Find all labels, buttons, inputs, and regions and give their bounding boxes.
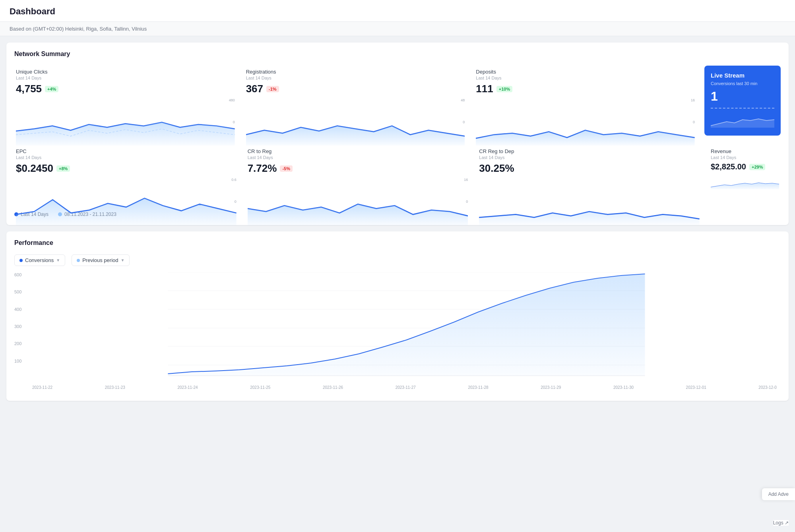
metric-value-row-cr-to-reg: 7.72% -5% — [248, 162, 468, 175]
performance-chart-svg — [32, 272, 781, 384]
metric-value-unique-clicks: 4,755 — [16, 83, 42, 95]
performance-header: Conversions ▼ Previous period ▼ — [14, 254, 781, 266]
chart-max-deposits: 16 — [691, 98, 695, 102]
x-label-4: 2023-11-26 — [323, 385, 343, 390]
previous-period-label: Previous period — [82, 257, 118, 263]
live-stream-chart — [711, 112, 774, 128]
x-label-10: 2023-12-0 — [758, 385, 777, 390]
chart-max-unique-clicks: 480 — [229, 98, 235, 102]
badge-unique-clicks: +4% — [45, 86, 58, 92]
live-stream-dashes — [711, 108, 774, 129]
metric-unique-clicks: Unique Clicks Last 14 Days 4,755 +4% 480 — [14, 66, 237, 136]
x-label-5: 2023-11-27 — [396, 385, 416, 390]
metric-period-cr-reg-to-dep: Last 14 Days — [479, 155, 700, 160]
chart-registrations: 48 0 — [246, 98, 465, 124]
metric-label-registrations: Registrations — [246, 69, 465, 75]
y-axis-100: 100 — [14, 359, 21, 363]
metric-value-row-registrations: 367 -1% — [246, 83, 465, 95]
x-label-8: 2023-11-30 — [613, 385, 634, 390]
network-summary-section: Network Summary Unique Clicks Last 14 Da… — [6, 43, 789, 225]
metric-period-revenue: Last 14 Days — [711, 155, 779, 160]
chart-unique-clicks: 480 0 — [16, 98, 235, 124]
metric-value-revenue: $2,825.00 — [711, 162, 746, 171]
conversions-dot — [19, 259, 23, 262]
chart-cr-to-reg: 16 0 — [248, 178, 468, 204]
metric-deposits: Deposits Last 14 Days 111 +10% 16 — [474, 66, 696, 136]
x-label-6: 2023-11-28 — [468, 385, 488, 390]
live-stream-subtitle: Conversions last 30 min — [711, 81, 774, 86]
metric-value-row-revenue: $2,825.00 +29% — [711, 162, 779, 171]
sparkline-epc — [16, 178, 237, 225]
logs-button[interactable]: Logs ↗ — [773, 520, 789, 526]
chart-min-epc: 0 — [235, 200, 237, 204]
chart-deposits: 16 0 — [476, 98, 695, 124]
y-axis: 600 500 400 300 200 100 — [14, 272, 21, 384]
metric-cr-reg-to-dep: CR Reg to Dep Last 14 Days 30.25% — [477, 145, 701, 207]
chart-cr-reg-to-dep — [479, 178, 700, 204]
metrics-row-1: Unique Clicks Last 14 Days 4,755 +4% 480 — [14, 66, 781, 136]
metric-period-deposits: Last 14 Days — [476, 76, 695, 80]
previous-period-dot — [77, 259, 80, 262]
page-title: Dashboard — [10, 6, 785, 17]
logs-label: Logs ↗ — [773, 520, 789, 526]
x-label-9: 2023-12-01 — [686, 385, 706, 390]
conversions-dropdown[interactable]: Conversions ▼ — [14, 254, 65, 266]
previous-period-dropdown[interactable]: Previous period ▼ — [72, 254, 130, 266]
sparkline-revenue — [711, 175, 779, 189]
x-label-3: 2023-11-25 — [250, 385, 270, 390]
metric-value-row-unique-clicks: 4,755 +4% — [16, 83, 235, 95]
y-axis-600: 600 — [14, 272, 21, 277]
y-axis-400: 400 — [14, 307, 21, 312]
chart-min-deposits: 0 — [693, 120, 695, 124]
live-stream-title: Live Stream — [711, 72, 774, 79]
metric-value-epc: $0.2450 — [16, 162, 53, 175]
chart-max-registrations: 48 — [461, 98, 465, 102]
performance-section: Performance Conversions ▼ Previous perio… — [6, 231, 789, 401]
metric-label-revenue: Revenue — [711, 148, 779, 154]
metric-value-cr-reg-to-dep: 30.25% — [479, 162, 514, 175]
metric-label-deposits: Deposits — [476, 69, 695, 75]
x-label-7: 2023-11-29 — [541, 385, 561, 390]
live-stream-value: 1 — [711, 89, 774, 104]
live-stream-card: Live Stream Conversions last 30 min 1 — [704, 66, 781, 136]
sparkline-registrations — [246, 98, 465, 146]
badge-revenue: +29% — [749, 164, 765, 170]
sparkline-deposits — [476, 98, 695, 146]
chart-revenue — [711, 175, 779, 200]
performance-title: Performance — [14, 239, 781, 247]
add-adve-label: Add Adve — [768, 491, 789, 497]
metric-period-unique-clicks: Last 14 Days — [16, 76, 235, 80]
sparkline-cr-reg-to-dep — [479, 178, 700, 225]
metrics-row-2: EPC Last 14 Days $0.2450 +8% 0.6 — [14, 145, 781, 207]
add-adve-btn[interactable]: Add Adve — [762, 488, 795, 500]
sparkline-cr-to-reg — [248, 178, 468, 225]
chart-min-unique-clicks: 0 — [233, 120, 235, 124]
x-axis: 2023-11-22 2023-11-23 2023-11-24 2023-11… — [32, 385, 781, 390]
timezone-bar: Based on (GMT+02:00) Helsinki, Riga, Sof… — [0, 22, 795, 36]
metric-epc: EPC Last 14 Days $0.2450 +8% 0.6 — [14, 145, 238, 207]
badge-registrations: -1% — [266, 86, 279, 92]
badge-cr-to-reg: -5% — [280, 165, 293, 172]
metric-period-epc: Last 14 Days — [16, 155, 237, 160]
conversions-label: Conversions — [25, 257, 54, 263]
y-axis-200: 200 — [14, 341, 21, 346]
y-axis-500: 500 — [14, 289, 21, 294]
metric-label-cr-to-reg: CR to Reg — [248, 148, 468, 154]
header: Dashboard — [0, 0, 795, 22]
metric-registrations: Registrations Last 14 Days 367 -1% 48 — [244, 66, 467, 136]
chevron-down-icon-2: ▼ — [121, 258, 125, 262]
metric-value-row-epc: $0.2450 +8% — [16, 162, 237, 175]
metric-value-cr-to-reg: 7.72% — [248, 162, 277, 175]
metric-label-epc: EPC — [16, 148, 237, 154]
network-summary-title: Network Summary — [14, 50, 781, 58]
x-label-1: 2023-11-23 — [105, 385, 125, 390]
metric-value-row-cr-reg-to-dep: 30.25% — [479, 162, 700, 175]
sparkline-unique-clicks — [16, 98, 235, 146]
badge-epc: +8% — [56, 165, 70, 172]
chevron-down-icon: ▼ — [56, 258, 60, 262]
chart-max-cr-to-reg: 16 — [464, 178, 468, 182]
badge-deposits: +10% — [496, 86, 512, 92]
y-axis-300: 300 — [14, 324, 21, 329]
metric-value-deposits: 111 — [476, 83, 493, 95]
metric-label-unique-clicks: Unique Clicks — [16, 69, 235, 75]
